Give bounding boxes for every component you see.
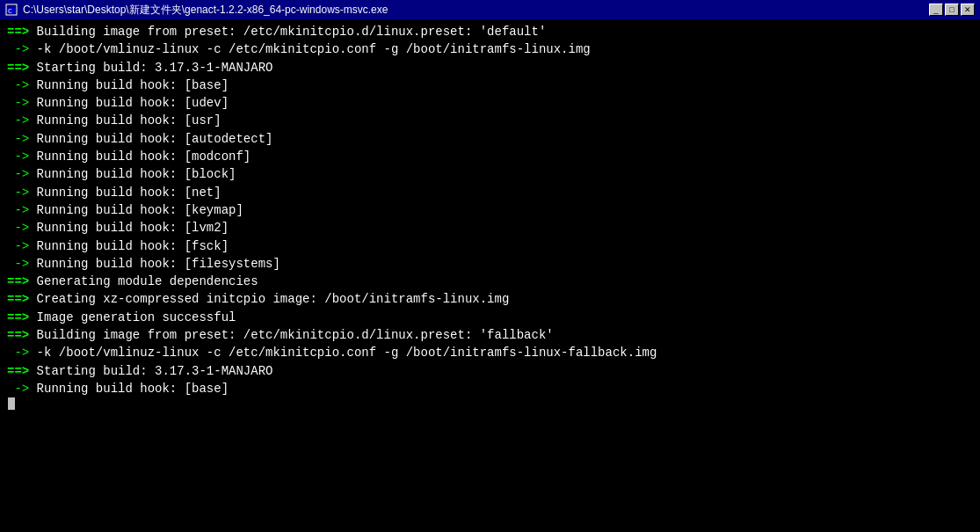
line-text: Starting build: 3.17.3-1-MANJARO — [29, 362, 272, 380]
line-prefix: ==> — [7, 59, 29, 77]
line-text: Running build hook: [filesystems] — [29, 255, 280, 273]
line-prefix: -> — [7, 219, 29, 237]
line-text: Building image from preset: /etc/mkinitc… — [29, 23, 546, 40]
line-text: Building image from preset: /etc/mkinitc… — [29, 326, 554, 344]
terminal-line: ==> Starting build: 3.17.3-1-MANJARO — [7, 362, 973, 380]
terminal-cursor — [8, 397, 15, 410]
line-text: -k /boot/vmlinuz-linux -c /etc/mkinitcpi… — [29, 40, 591, 58]
terminal-line: -> Running build hook: [modconf] — [7, 148, 973, 165]
line-prefix: ==> — [7, 309, 29, 326]
line-prefix: -> — [7, 184, 29, 201]
terminal-line: -> Running build hook: [fsck] — [7, 237, 973, 255]
line-text: Running build hook: [autodetect] — [29, 130, 272, 148]
terminal-line: ==> Creating xz-compressed initcpio imag… — [7, 290, 973, 308]
line-text: Starting build: 3.17.3-1-MANJARO — [29, 59, 272, 77]
line-prefix: ==> — [7, 362, 29, 380]
line-prefix: -> — [7, 40, 29, 58]
title-bar-buttons: _ □ ✕ — [929, 4, 975, 16]
line-text: Image generation successful — [29, 309, 236, 326]
line-text: Generating module dependencies — [29, 273, 258, 290]
terminal-line: ==> Building image from preset: /etc/mki… — [7, 326, 973, 344]
terminal-line: -> -k /boot/vmlinuz-linux -c /etc/mkinit… — [7, 344, 973, 361]
terminal-line: ==> Starting build: 3.17.3-1-MANJARO — [7, 59, 973, 77]
line-text: Running build hook: [fsck] — [29, 237, 229, 255]
line-text: Running build hook: [keymap] — [29, 201, 243, 219]
line-text: Running build hook: [udev] — [29, 94, 229, 112]
minimize-button[interactable]: _ — [929, 4, 943, 16]
title-bar-text: C:\Users\star\Desktop\新建文件夹\genact-1.2.2… — [23, 3, 924, 18]
terminal-line: -> Running build hook: [autodetect] — [7, 130, 973, 148]
line-text: Running build hook: [modconf] — [29, 148, 250, 165]
title-bar-icon: C — [5, 4, 18, 16]
line-prefix: -> — [7, 130, 29, 148]
svg-text:C: C — [8, 7, 12, 15]
line-prefix: -> — [7, 148, 29, 165]
terminal-line: -> Running build hook: [keymap] — [7, 201, 973, 219]
cursor-line — [7, 397, 973, 410]
terminal-line: -> Running build hook: [filesystems] — [7, 255, 973, 273]
line-prefix: -> — [7, 344, 29, 361]
window: C C:\Users\star\Desktop\新建文件夹\genact-1.2… — [0, 0, 980, 532]
line-prefix: -> — [7, 237, 29, 255]
close-button[interactable]: ✕ — [961, 4, 975, 16]
line-prefix: -> — [7, 112, 29, 129]
title-bar: C C:\Users\star\Desktop\新建文件夹\genact-1.2… — [0, 0, 980, 19]
line-text: Running build hook: [net] — [29, 184, 221, 201]
terminal-line: -> Running build hook: [udev] — [7, 94, 973, 112]
line-text: Running build hook: [lvm2] — [29, 219, 229, 237]
line-prefix: -> — [7, 94, 29, 112]
line-prefix: ==> — [7, 290, 29, 308]
maximize-button[interactable]: □ — [945, 4, 959, 16]
terminal-line: -> -k /boot/vmlinuz-linux -c /etc/mkinit… — [7, 40, 973, 58]
terminal-body: ==> Building image from preset: /etc/mki… — [0, 19, 980, 532]
line-text: -k /boot/vmlinuz-linux -c /etc/mkinitcpi… — [29, 344, 657, 361]
terminal-line: ==> Generating module dependencies — [7, 273, 973, 290]
line-prefix: ==> — [7, 326, 29, 344]
line-prefix: -> — [7, 380, 29, 397]
line-prefix: -> — [7, 255, 29, 273]
line-prefix: ==> — [7, 23, 29, 40]
terminal-line: -> Running build hook: [base] — [7, 77, 973, 94]
terminal-line: ==> Image generation successful — [7, 309, 973, 326]
terminal-line: -> Running build hook: [block] — [7, 165, 973, 183]
line-text: Creating xz-compressed initcpio image: /… — [29, 290, 509, 308]
line-text: Running build hook: [usr] — [29, 112, 221, 129]
line-text: Running build hook: [block] — [29, 165, 236, 183]
terminal-line: -> Running build hook: [lvm2] — [7, 219, 973, 237]
terminal-line: -> Running build hook: [base] — [7, 380, 973, 397]
line-prefix: -> — [7, 201, 29, 219]
line-prefix: -> — [7, 77, 29, 94]
line-prefix: ==> — [7, 273, 29, 290]
line-prefix: -> — [7, 165, 29, 183]
line-text: Running build hook: [base] — [29, 77, 229, 94]
terminal-line: ==> Building image from preset: /etc/mki… — [7, 23, 973, 40]
terminal-line: -> Running build hook: [net] — [7, 184, 973, 201]
terminal-line: -> Running build hook: [usr] — [7, 112, 973, 129]
line-text: Running build hook: [base] — [29, 380, 229, 397]
